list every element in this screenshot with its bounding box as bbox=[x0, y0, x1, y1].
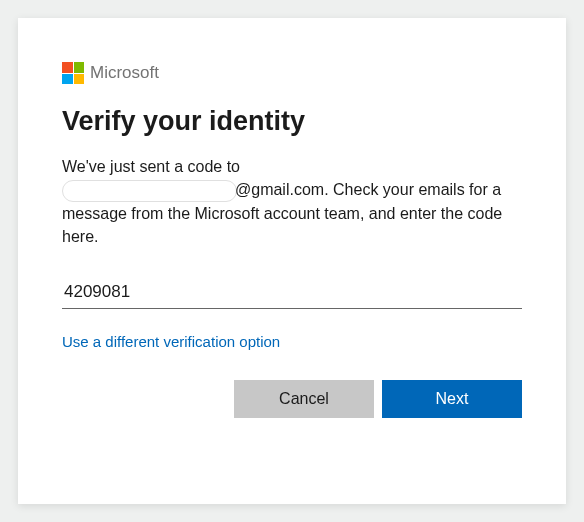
verify-identity-card: Microsoft Verify your identity We've jus… bbox=[18, 18, 566, 504]
instruction-text: We've just sent a code to @gmail.com. Ch… bbox=[62, 155, 522, 248]
page-title: Verify your identity bbox=[62, 106, 522, 137]
cancel-button[interactable]: Cancel bbox=[234, 380, 374, 418]
button-row: Cancel Next bbox=[62, 380, 522, 418]
verification-code-input[interactable] bbox=[62, 276, 522, 309]
brand-name: Microsoft bbox=[90, 63, 159, 83]
next-button[interactable]: Next bbox=[382, 380, 522, 418]
instruction-prefix: We've just sent a code to bbox=[62, 158, 240, 175]
brand-row: Microsoft bbox=[62, 62, 522, 84]
redacted-email-local bbox=[62, 180, 237, 202]
microsoft-logo-icon bbox=[62, 62, 84, 84]
alt-verification-link[interactable]: Use a different verification option bbox=[62, 333, 280, 350]
email-domain: @gmail.com bbox=[235, 181, 324, 198]
